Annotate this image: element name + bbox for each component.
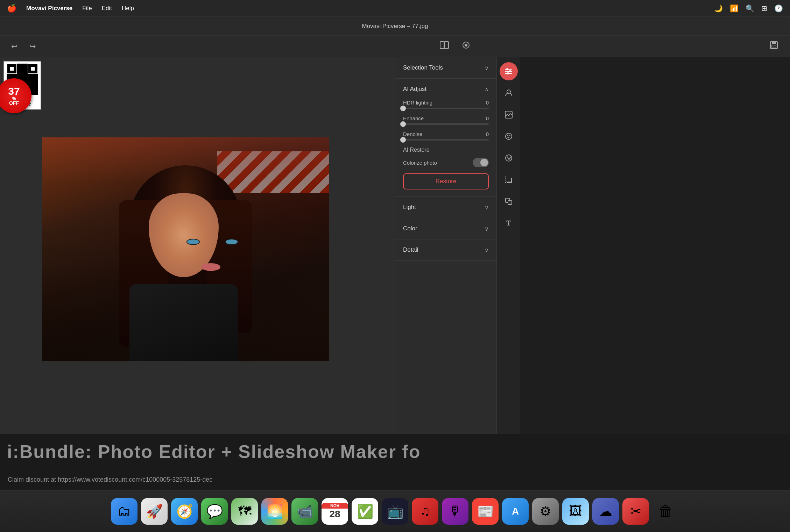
ai-adjust-content: HDR lighting 0 Enhance [395,100,496,196]
search-icon[interactable]: 🔍 [746,4,754,13]
ai-adjust-title: AI Adjust [403,86,426,93]
dock-prefs[interactable]: ⚙ [532,498,559,525]
photo-figure [119,165,252,361]
dock-facetime[interactable]: 📹 [291,498,318,525]
denoise-slider-row: Denoise 0 [403,131,489,141]
color-header[interactable]: Color ∨ [395,218,496,239]
light-header[interactable]: Light ∨ [395,197,496,218]
menu-edit[interactable]: Edit [102,5,112,12]
dock-photos[interactable]: 🌅 [261,498,288,525]
selection-tools-chevron: ∨ [485,65,489,71]
resize-button[interactable] [500,192,518,210]
dock-appletv[interactable]: 📺 [382,498,408,525]
menu-file[interactable]: File [82,5,92,12]
color-chevron: ∨ [485,225,489,232]
crop-button[interactable] [500,171,518,189]
compare-button[interactable] [437,37,452,55]
detail-section: Detail ∨ [395,239,496,261]
denoise-label-row: Denoise 0 [403,131,489,137]
dock-news[interactable]: 📰 [472,498,499,525]
enhance-label-row: Enhance 0 [403,115,489,121]
watermark-button[interactable] [500,149,518,167]
menu-app-name[interactable]: Movavi Picverse [26,5,72,12]
right-panel: Selection Tools ∨ AI Adjust ∧ HDR l [395,57,496,434]
eye-right [225,239,238,245]
svg-point-16 [506,133,512,139]
colorize-label: Colorize photo [403,160,437,166]
ai-restore-label: AI Restore [403,147,430,153]
colorize-toggle[interactable] [473,158,489,167]
dock-safari[interactable]: 🧭 [171,498,198,525]
photo-enhance-button[interactable] [500,106,518,124]
detail-chevron: ∨ [485,247,489,253]
enhance-slider-row: Enhance 0 [403,115,489,125]
svg-rect-6 [772,42,776,44]
dock-finder[interactable]: 🗂 [111,498,137,525]
lips [201,263,220,271]
dock: 🗂 🚀 🧭 💬 🗺 🌅 📹 NOV 28 ✅ 📺 ♫ 🎙 📰 A ⚙ 🖼 ☁ ✂… [0,490,790,532]
menu-help[interactable]: Help [122,5,134,12]
menubar-right-icons: 🌙 📶 🔍 ⊞ 🕐 [714,4,783,13]
discount-text: Claim discount at https://www.votediscou… [8,476,212,483]
selection-tools-header[interactable]: Selection Tools ∨ [395,57,496,78]
dock-preview[interactable]: 🖼 [562,498,589,525]
icon-sidebar: T [496,57,520,434]
enhance-slider-track [403,123,489,125]
ai-adjust-header[interactable]: AI Adjust ∧ [395,79,496,100]
canvas-area: 37 % OFF SCAN ME [0,57,395,434]
discount-bar: Claim discount at https://www.votediscou… [0,469,790,490]
multiwindow-icon: ⊞ [761,4,767,13]
apple-menu[interactable]: 🍎 [7,4,16,13]
dock-reminders[interactable]: ✅ [352,498,378,525]
hdr-label-row: HDR lighting 0 [403,100,489,106]
dock-podcasts[interactable]: 🎙 [442,498,468,525]
clock-icon: 🕐 [774,4,783,13]
calendar-date: 28 [329,509,340,520]
wifi-icon: 📶 [730,4,739,13]
enhance-value: 0 [486,115,489,121]
face-retouch-button[interactable] [500,127,518,145]
text-icon: T [506,218,511,228]
color-section: Color ∨ [395,218,496,239]
enhance-label: Enhance [403,115,424,121]
dock-screensnap[interactable]: ✂ [622,498,649,525]
dock-s3files[interactable]: ☁ [592,498,619,525]
dock-calendar[interactable]: NOV 28 [322,498,348,525]
titlebar: Movavi Picverse – 77.jpg [0,17,790,36]
preview-button[interactable] [458,37,474,55]
restore-button[interactable]: Restore [403,173,489,189]
toolbar: ↩ ↪ [0,36,790,57]
dock-music[interactable]: ♫ [412,498,438,525]
menubar: 🍎 Movavi Picverse File Edit Help 🌙 📶 🔍 ⊞… [0,0,790,17]
promo-text: i:Bundle: Photo Editor + Slideshow Maker… [7,441,421,462]
undo-button[interactable]: ↩ [8,39,20,54]
photo-area: 37 % OFF SCAN ME [0,57,395,434]
person-icon-button[interactable] [500,84,518,102]
detail-header[interactable]: Detail ∨ [395,239,496,260]
light-title: Light [403,204,416,211]
svg-rect-7 [772,45,776,48]
ai-adjust-section: AI Adjust ∧ HDR lighting 0 [395,79,496,197]
detail-title: Detail [403,246,418,253]
text-button[interactable]: T [500,214,518,232]
svg-point-11 [509,70,511,72]
dock-maps[interactable]: 🗺 [231,498,258,525]
save-button[interactable] [766,37,782,55]
hdr-label: HDR lighting [403,100,432,106]
dock-trash[interactable]: 🗑 [653,498,679,525]
denoise-value: 0 [486,131,489,137]
denoise-label: Denoise [403,131,422,137]
toggle-knob [480,159,488,166]
dock-launchpad[interactable]: 🚀 [141,498,168,525]
dock-appstore[interactable]: A [502,498,529,525]
hdr-slider-track [403,108,489,109]
ai-restore-section: AI Restore Colorize photo Restore [403,147,489,189]
window-title: Movavi Picverse – 77.jpg [362,23,428,30]
adjust-icon-button[interactable] [500,62,518,80]
dock-messages[interactable]: 💬 [201,498,228,525]
selection-tools-title: Selection Tools [403,64,443,71]
svg-rect-21 [508,201,512,204]
eye-left [186,239,200,245]
redo-button[interactable]: ↪ [27,39,38,54]
svg-point-9 [506,68,508,70]
